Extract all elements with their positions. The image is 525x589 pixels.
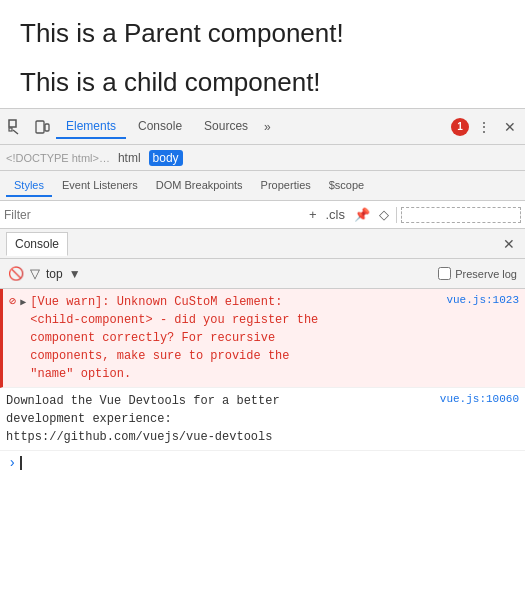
console-prompt: › (0, 451, 525, 475)
error-badge: 1 (451, 118, 469, 136)
pin-icon[interactable]: 📌 (351, 206, 373, 223)
more-options-icon[interactable]: ⋮ (473, 116, 495, 138)
filter-row: + .cls 📌 ◇ (0, 201, 525, 229)
browser-content: This is a Parent component! This is a ch… (0, 0, 525, 108)
context-dropdown-arrow[interactable]: ▼ (69, 267, 81, 281)
svg-rect-4 (45, 124, 49, 131)
tab-console[interactable]: Console (128, 115, 192, 139)
dom-breadcrumb: <!DOCTYPE html>… html body (0, 145, 525, 171)
unknown-text: Unknown (117, 295, 167, 309)
filter-right-input[interactable] (401, 207, 521, 223)
error-msg-content: [Vue warn]: Unknown CuStoM element: <chi… (30, 293, 442, 383)
console-subheader: Console ✕ (0, 229, 525, 259)
devtools-panel: Elements Console Sources » 1 ⋮ ✕ <!DOCTY… (0, 108, 525, 538)
filter-actions: + .cls 📌 ◇ (306, 206, 392, 223)
console-filter-row: 🚫 ▽ top ▼ Preserve log (0, 259, 525, 289)
error-count: 1 (457, 121, 463, 132)
info-source[interactable]: vue.js:10060 (440, 392, 519, 405)
cls-button[interactable]: .cls (323, 206, 349, 223)
breadcrumb-html[interactable]: html (114, 150, 145, 166)
device-icon[interactable] (30, 115, 54, 139)
inspect-icon[interactable] (4, 115, 28, 139)
prompt-chevron-icon: › (8, 455, 16, 471)
filter-icon[interactable]: ▽ (30, 266, 40, 281)
preserve-log-label: Preserve log (455, 268, 517, 280)
ban-icon[interactable]: 🚫 (8, 266, 24, 281)
expand-error-icon[interactable]: ▶ (20, 293, 26, 308)
context-select[interactable]: top (46, 267, 63, 281)
svg-line-2 (13, 130, 18, 134)
filter-separator (396, 207, 397, 223)
the-text-3: the (71, 394, 93, 408)
devtools-tabbar: Elements Console Sources » 1 ⋮ ✕ (0, 109, 525, 145)
download-text: Download (6, 394, 64, 408)
breadcrumb-body[interactable]: body (149, 150, 183, 166)
parent-component-text: This is a Parent component! (20, 18, 505, 49)
svg-rect-3 (36, 121, 44, 133)
tab-sources[interactable]: Sources (194, 115, 258, 139)
console-close-icon[interactable]: ✕ (499, 234, 519, 254)
child-component-text: This is a child component! (20, 67, 505, 98)
console-error-msg: ⊘ ▶ [Vue warn]: Unknown CuStoM element: … (0, 289, 525, 388)
tab-styles[interactable]: Styles (6, 175, 52, 197)
prompt-cursor (20, 456, 22, 470)
preserve-log-checkbox[interactable] (438, 267, 451, 280)
add-style-icon[interactable]: + (306, 206, 320, 223)
console-messages: ⊘ ▶ [Vue warn]: Unknown CuStoM element: … (0, 289, 525, 538)
the-text-2: the (268, 349, 290, 363)
console-info-msg: Download the Vue Devtools for a better d… (0, 388, 525, 451)
close-devtools-icon[interactable]: ✕ (499, 116, 521, 138)
preserve-log-area: Preserve log (438, 267, 517, 280)
tab-more[interactable]: » (260, 116, 275, 138)
svg-rect-1 (9, 128, 12, 131)
tab-elements[interactable]: Elements (56, 115, 126, 139)
styles-tabs-row: Styles Event Listeners DOM Breakpoints P… (0, 171, 525, 201)
error-source[interactable]: vue.js:1023 (446, 293, 519, 306)
filter-input[interactable] (4, 208, 302, 222)
console-tab-label[interactable]: Console (6, 232, 68, 256)
tab-dom-breakpoints[interactable]: DOM Breakpoints (148, 175, 251, 197)
tab-properties[interactable]: Properties (253, 175, 319, 197)
error-icon: ⊘ (9, 293, 16, 309)
toolbar-right: 1 ⋮ ✕ (451, 116, 521, 138)
custom-text: CuStoM (174, 295, 217, 309)
tab-event-listeners[interactable]: Event Listeners (54, 175, 146, 197)
svg-rect-0 (9, 120, 16, 127)
the-text-1: the (297, 313, 319, 327)
color-icon[interactable]: ◇ (376, 206, 392, 223)
tab-scope[interactable]: $scope (321, 175, 372, 197)
info-msg-content: Download the Vue Devtools for a better d… (6, 392, 436, 446)
